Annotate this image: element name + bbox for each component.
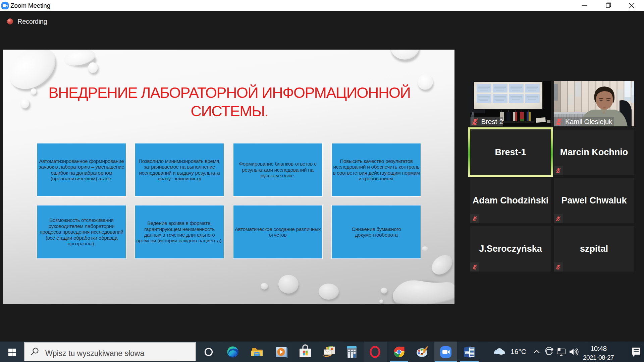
svg-text:W: W xyxy=(465,350,470,355)
